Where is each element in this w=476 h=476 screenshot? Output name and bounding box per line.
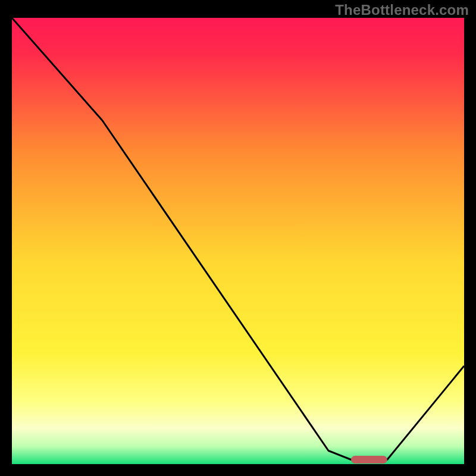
bottleneck-chart: TheBottleneck.com: [0, 0, 476, 476]
gradient-background: [12, 18, 464, 464]
watermark-text: TheBottleneck.com: [335, 2, 469, 18]
chart-svg: [12, 18, 464, 464]
plot-area: [12, 18, 464, 464]
optimal-range-marker: [351, 456, 387, 464]
